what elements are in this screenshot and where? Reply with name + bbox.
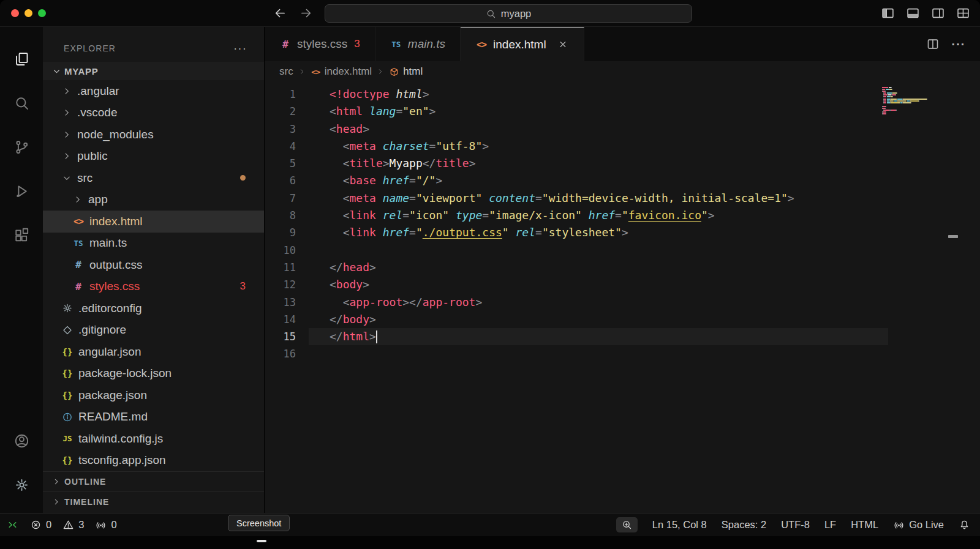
statusbar-language-mode[interactable]: HTML xyxy=(851,519,878,531)
json-icon: {} xyxy=(61,347,74,357)
breadcrumb-item-index.html[interactable]: <>index.html xyxy=(311,65,372,78)
file-index.html[interactable]: <>index.html xyxy=(43,211,264,233)
activity-source-control-button[interactable] xyxy=(0,125,43,169)
code-line-1[interactable]: 1<!doctype html> xyxy=(265,86,980,103)
layout-grid-button[interactable] xyxy=(956,6,970,20)
activity-search-button[interactable] xyxy=(0,81,43,125)
statusbar-indentation[interactable]: Spaces: 2 xyxy=(722,519,766,531)
code-line-10[interactable]: 10 xyxy=(265,242,980,259)
file-label: tsconfig.app.json xyxy=(78,454,166,467)
activity-run-debug-button[interactable] xyxy=(0,169,43,213)
more-actions-button[interactable]: ··· xyxy=(952,37,965,51)
tab-index.html[interactable]: <>index.html xyxy=(461,27,584,61)
line-number: 2 xyxy=(265,103,309,120)
file-README.md[interactable]: README.md xyxy=(43,406,264,428)
code-line-15[interactable]: 15</html> xyxy=(265,328,980,345)
layout-controls xyxy=(881,6,970,20)
split-editor-button[interactable] xyxy=(926,37,940,51)
statusbar-ports[interactable]: 0 xyxy=(95,519,116,531)
code-line-9[interactable]: 9 <link href="./output.css" rel="stylesh… xyxy=(265,224,980,241)
code-line-4[interactable]: 4 <meta charset="utf-8"> xyxy=(265,138,980,155)
statusbar-end-of-line[interactable]: LF xyxy=(824,519,836,531)
file-tailwind.config.js[interactable]: JStailwind.config.js xyxy=(43,428,264,450)
code-line-16[interactable]: 16 xyxy=(265,345,980,362)
close-tab-icon[interactable] xyxy=(557,39,569,50)
file-label: .gitignore xyxy=(78,323,126,337)
file-label: src xyxy=(77,171,92,185)
minimap[interactable] xyxy=(882,87,941,118)
activity-settings-button[interactable] xyxy=(0,463,43,507)
breadcrumb-item-src[interactable]: src xyxy=(279,65,293,78)
info-icon xyxy=(61,411,74,423)
breadcrumb-item-html[interactable]: html xyxy=(389,65,423,78)
line-number: 14 xyxy=(265,311,309,328)
navigate-forward-icon[interactable] xyxy=(299,6,313,20)
tooltip-pointer xyxy=(257,540,266,542)
folder-app[interactable]: app xyxy=(43,189,264,211)
bottom-strip xyxy=(0,536,980,549)
html-icon: <> xyxy=(72,216,85,227)
activity-extensions-button[interactable] xyxy=(0,213,43,257)
activity-accounts-button[interactable] xyxy=(0,419,43,463)
code-line-7[interactable]: 7 <meta name="viewport" content="width=d… xyxy=(265,190,980,207)
code-line-8[interactable]: 8 <link rel="icon" type="image/x-icon" h… xyxy=(265,207,980,224)
outline-section[interactable]: OUTLINE xyxy=(43,471,264,491)
file-main.ts[interactable]: TSmain.ts xyxy=(43,233,264,255)
statusbar-notifications[interactable] xyxy=(959,519,970,531)
statusbar-remote-indicator[interactable] xyxy=(6,518,19,531)
code-line-2[interactable]: 2<html lang="en"> xyxy=(265,103,980,120)
code-line-3[interactable]: 3<head> xyxy=(265,121,980,138)
zoom-window-button[interactable] xyxy=(38,9,46,17)
code-line-5[interactable]: 5 <title>Myapp</title> xyxy=(265,155,980,172)
code-editor[interactable]: 1<!doctype html>2<html lang="en">3<head>… xyxy=(265,82,980,513)
command-center-search[interactable]: myapp xyxy=(325,4,692,23)
timeline-section[interactable]: TIMELINE xyxy=(43,491,264,512)
panel-bottom-button[interactable] xyxy=(906,6,920,20)
tab-main.ts[interactable]: TSmain.ts xyxy=(375,27,461,61)
file-label: styles.css xyxy=(89,280,140,293)
file-label: public xyxy=(77,149,108,163)
navigate-back-icon[interactable] xyxy=(273,6,287,20)
folder-.angular[interactable]: .angular xyxy=(43,80,264,102)
activity-explorer-button[interactable] xyxy=(0,37,43,81)
file-tsconfig.app.json[interactable]: {}tsconfig.app.json xyxy=(43,450,264,472)
file-package-lock.json[interactable]: {}package-lock.json xyxy=(43,363,264,385)
folder-src[interactable]: src xyxy=(43,167,264,189)
code-line-12[interactable]: 12<body> xyxy=(265,276,980,293)
code-line-13[interactable]: 13 <app-root></app-root> xyxy=(265,294,980,311)
statusbar-zoom-indicator[interactable] xyxy=(616,517,638,532)
file-.editorconfig[interactable]: .editorconfig xyxy=(43,297,264,319)
file-angular.json[interactable]: {}angular.json xyxy=(43,341,264,363)
minimize-window-button[interactable] xyxy=(24,9,32,17)
extensions-icon xyxy=(13,227,30,244)
explorer-more-actions[interactable]: ··· xyxy=(233,45,247,51)
folder-public[interactable]: public xyxy=(43,146,264,168)
file-package.json[interactable]: {}package.json xyxy=(43,384,264,406)
statusbar-warnings[interactable]: 3 xyxy=(62,519,84,531)
file-output.css[interactable]: #output.css xyxy=(43,254,264,276)
status-text: Ln 15, Col 8 xyxy=(652,519,707,531)
panel-right-button[interactable] xyxy=(931,6,945,20)
file-label: angular.json xyxy=(78,345,141,359)
statusbar-encoding[interactable]: UTF-8 xyxy=(781,519,810,531)
editor-group: #styles.css3TSmain.ts<>index.html ··· sr… xyxy=(265,27,980,513)
cube-icon xyxy=(389,67,399,77)
statusbar-go-live[interactable]: Go Live xyxy=(893,519,944,531)
file-.gitignore[interactable]: .gitignore xyxy=(43,319,264,342)
file-tree: .angular.vscodenode_modulespublicsrcapp<… xyxy=(43,80,264,471)
folder-.vscode[interactable]: .vscode xyxy=(43,102,264,124)
code-line-6[interactable]: 6 <base href="/"> xyxy=(265,172,980,189)
code-line-11[interactable]: 11</head> xyxy=(265,259,980,276)
panel-left-button[interactable] xyxy=(881,6,895,20)
project-root-folder[interactable]: MYAPP xyxy=(43,62,264,80)
html-icon: <> xyxy=(475,39,488,50)
tab-styles.css[interactable]: #styles.css3 xyxy=(265,27,375,61)
code-line-14[interactable]: 14</body> xyxy=(265,311,980,328)
close-window-button[interactable] xyxy=(11,9,19,17)
file-styles.css[interactable]: #styles.css3 xyxy=(43,276,264,298)
statusbar-errors[interactable]: 0 xyxy=(30,519,51,531)
statusbar-cursor-position[interactable]: Ln 15, Col 8 xyxy=(652,519,707,531)
folder-node_modules[interactable]: node_modules xyxy=(43,124,264,146)
chevron-right-icon xyxy=(376,67,385,76)
error-icon xyxy=(30,519,42,531)
